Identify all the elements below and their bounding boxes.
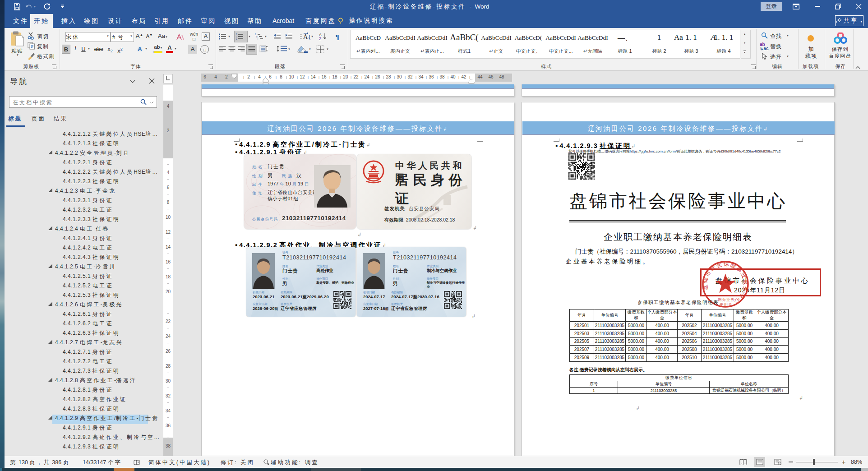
svg-text:i: i: [258, 38, 258, 40]
svg-text:3: 3: [236, 38, 237, 40]
svg-text:A: A: [303, 33, 308, 40]
svg-text:Z: Z: [319, 37, 321, 41]
